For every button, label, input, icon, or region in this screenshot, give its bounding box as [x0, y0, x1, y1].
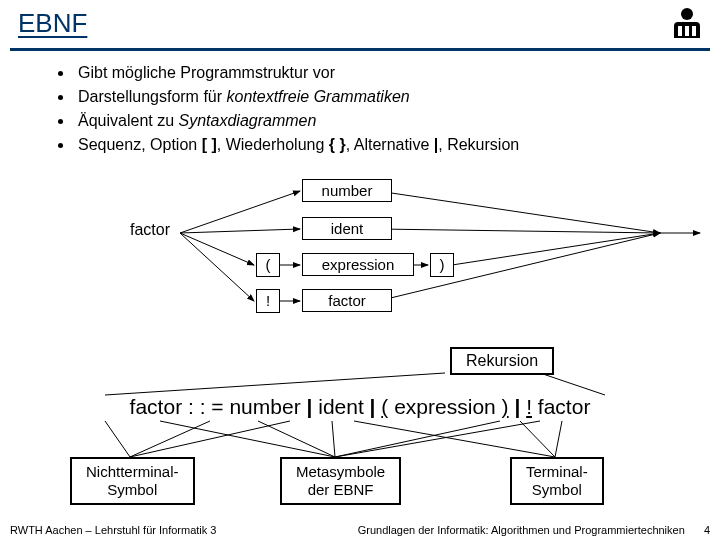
bullet-text: Gibt mögliche Programmstruktur vor: [78, 64, 335, 81]
syntax-diagram: factor number ident ( expression ) ! fac…: [0, 173, 720, 333]
svg-line-24: [555, 421, 562, 457]
ebnf-symbol: { }: [329, 136, 346, 153]
svg-line-4: [378, 191, 660, 233]
recursion-label-box: Rekursion: [450, 347, 554, 375]
f-number: number: [229, 395, 300, 418]
bullet-text: , Wiederholung: [217, 136, 329, 153]
svg-line-12: [105, 373, 445, 395]
svg-line-14: [105, 421, 130, 457]
svg-line-3: [180, 233, 254, 301]
f-bang: !: [526, 395, 532, 418]
slide-title: EBNF: [18, 8, 87, 39]
title-rule: [10, 48, 710, 51]
diagram-node-expression: expression: [302, 253, 414, 276]
diagram-node-factor: factor: [130, 221, 170, 239]
svg-line-20: [335, 421, 500, 457]
svg-line-10: [378, 233, 660, 301]
f-expression: expression: [394, 395, 496, 418]
list-item: Darstellungsform für kontextfreie Gramma…: [74, 85, 720, 109]
footer: RWTH Aachen – Lehrstuhl für Informatik 3…: [10, 524, 710, 536]
svg-line-23: [520, 421, 555, 457]
f-rparen: ): [502, 395, 509, 418]
f-bar: |: [370, 395, 376, 418]
bullet-list: Gibt mögliche Programmstruktur vor Darst…: [34, 61, 720, 157]
ebnf-formula: factor : : = number | ident | ( expressi…: [0, 395, 720, 419]
svg-line-15: [130, 421, 210, 457]
footer-right: Grundlagen der Informatik: Algorithmen u…: [358, 524, 685, 536]
list-item: Äquivalent zu Syntaxdiagrammen: [74, 109, 720, 133]
svg-line-22: [354, 421, 555, 457]
f-bar: |: [306, 395, 312, 418]
footer-left: RWTH Aachen – Lehrstuhl für Informatik 3: [10, 524, 216, 536]
svg-line-21: [335, 421, 540, 457]
diagram-node-ident: ident: [302, 217, 392, 240]
f-factor: factor: [130, 395, 183, 418]
svg-line-18: [258, 421, 335, 457]
svg-line-16: [130, 421, 290, 457]
list-item: Gibt mögliche Programmstruktur vor: [74, 61, 720, 85]
diagram-term-rparen: ): [430, 253, 454, 277]
ebnf-symbol: [ ]: [202, 136, 217, 153]
svg-line-17: [160, 421, 335, 457]
svg-line-13: [540, 373, 605, 395]
annotation-metasymbol: Metasymboleder EBNF: [280, 457, 401, 505]
f-ident: ident: [318, 395, 364, 418]
diagram-term-lparen: (: [256, 253, 280, 277]
annotation-terminal: Terminal-Symbol: [510, 457, 604, 505]
svg-line-0: [180, 191, 300, 233]
diagram-node-factor2: factor: [302, 289, 392, 312]
bullet-text: Sequenz, Option: [78, 136, 202, 153]
annotation-nonterminal: Nichtterminal-Symbol: [70, 457, 195, 505]
bullet-text: Äquivalent zu: [78, 112, 179, 129]
page-number: 4: [704, 524, 710, 536]
svg-line-2: [180, 233, 254, 265]
f-def: : : =: [188, 395, 224, 418]
formula-area: Rekursion factor : : = number | ident | …: [0, 345, 720, 515]
bullet-em: Syntaxdiagrammen: [179, 112, 317, 129]
f-factor2: factor: [538, 395, 591, 418]
bullet-text: Darstellungsform für: [78, 88, 227, 105]
f-bar: |: [514, 395, 520, 418]
logo-icon: [672, 8, 702, 46]
svg-line-1: [180, 229, 300, 233]
f-lparen: (: [381, 395, 388, 418]
svg-line-5: [378, 229, 660, 233]
svg-line-8: [452, 233, 660, 265]
list-item: Sequenz, Option [ ], Wiederholung { }, A…: [74, 133, 720, 157]
bullet-em: kontextfreie Grammatiken: [227, 88, 410, 105]
svg-line-19: [332, 421, 335, 457]
diagram-node-number: number: [302, 179, 392, 202]
diagram-term-bang: !: [256, 289, 280, 313]
bullet-text: , Alternative: [346, 136, 434, 153]
bullet-text: , Rekursion: [438, 136, 519, 153]
